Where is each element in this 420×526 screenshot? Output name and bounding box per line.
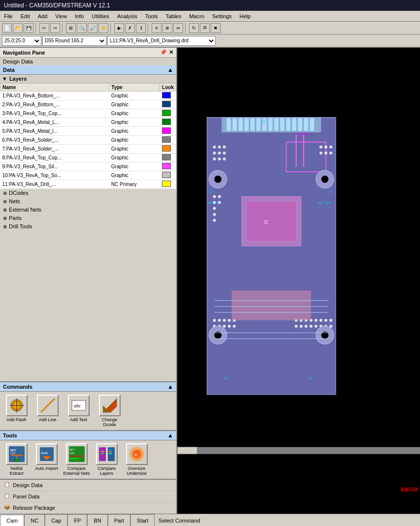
menu-item-view[interactable]: View <box>51 12 71 20</box>
layer-name: 5:PA-V3_RevA_Metal_l... <box>0 127 109 136</box>
tool-netlist-extract[interactable]: NETLISTNetlist Extract <box>3 443 30 476</box>
snap-btn[interactable]: ⊕ <box>162 23 172 33</box>
tab-nc[interactable]: NC <box>24 514 45 526</box>
properties-btn[interactable]: ℹ <box>136 23 146 33</box>
tab-start[interactable]: Start <box>130 514 155 526</box>
menu-item-macro[interactable]: Macro <box>185 12 208 20</box>
layer-row[interactable]: 3:PA-V3_RevA_Top_Cop... Graphic <box>0 109 176 118</box>
layer-row[interactable]: 4:PA-V3_RevA_Metal_L... Graphic <box>0 118 176 127</box>
delete-btn[interactable]: ✖ <box>211 23 221 33</box>
svg-text:J3: J3 <box>328 189 332 194</box>
commands-collapse[interactable]: ▲ <box>167 383 173 390</box>
tree-item-external-nets[interactable]: ⊕External Nets <box>0 206 176 214</box>
tree-item-parts[interactable]: ⊕Parts <box>0 214 176 222</box>
svg-point-76 <box>213 207 216 210</box>
menu-item-settings[interactable]: Settings <box>208 12 236 20</box>
zoom-all-btn[interactable]: ⊞ <box>66 23 76 33</box>
layer-row[interactable]: 5:PA-V3_RevA_Metal_l... Graphic <box>0 127 176 136</box>
grid-btn[interactable]: # <box>152 23 162 33</box>
cmd-add-flash[interactable]: Add Flash <box>3 395 30 427</box>
layer-row[interactable]: 8:PA-V3_RevA_Top_Cop... Graphic <box>0 154 176 162</box>
layer-row[interactable]: 2:PA-V3_RevA_Bottom_... Graphic <box>0 100 176 109</box>
menu-item-utilities[interactable]: Utilities <box>88 12 113 20</box>
layer-look <box>160 100 176 109</box>
layers-expand[interactable]: ▼ <box>2 76 7 82</box>
tool-oversize-undersize[interactable]: ½Oversize Undersize <box>123 443 150 476</box>
layer-look <box>160 136 176 145</box>
tab-cap[interactable]: Cap <box>45 514 67 526</box>
layer-row[interactable]: 6:PA-V3_RevA_Solder_... Graphic <box>0 136 176 145</box>
zoom-out-btn[interactable]: 🔎 <box>88 23 97 33</box>
tools-collapse[interactable]: ▲ <box>167 432 173 439</box>
menu-item-file[interactable]: File <box>0 12 17 20</box>
menubar: FileEditAddViewInfoUtilitiesAnalysisTool… <box>0 11 420 22</box>
left-scroll[interactable]: Data ▲ ▼ Layers Name Type Look <box>0 65 176 381</box>
zoom-in-btn[interactable]: 🔍 <box>77 23 87 33</box>
menu-item-tools[interactable]: Tools <box>141 12 162 20</box>
svg-point-78 <box>213 219 216 222</box>
svg-point-94 <box>320 319 323 322</box>
tree-item-drill-tools[interactable]: ⊕Drill Tools <box>0 222 176 231</box>
mirror-btn[interactable]: ⇔ <box>173 23 183 33</box>
cmd-add-text[interactable]: abcAdd Text <box>65 395 92 427</box>
pin-icon[interactable]: 📌 <box>160 49 167 56</box>
svg-rect-49 <box>298 118 302 130</box>
bottom-nav-release-package[interactable]: 📦Release Package <box>0 502 176 514</box>
title-text: Untitled - CAM350/DFMSTREAM V 12.1 <box>4 2 110 9</box>
tools-header[interactable]: Tools ▲ <box>0 431 176 440</box>
tool-icon: NETLIST <box>6 443 28 465</box>
layer-row[interactable]: 7:PA-V3_RevA_Solder_... Graphic <box>0 145 176 154</box>
new-btn[interactable]: 📄 <box>2 23 12 33</box>
tab-part[interactable]: Part <box>108 514 130 526</box>
tree-item-dcodes[interactable]: ⊕DCodes <box>0 189 176 197</box>
save-btn[interactable]: 💾 <box>24 23 33 33</box>
dcode-combo[interactable]: D55 Round 165.2 <box>42 36 106 46</box>
layers-header[interactable]: ▼ Layers <box>0 75 176 83</box>
close-pane-icon[interactable]: ✕ <box>169 49 173 56</box>
bottom-nav-panel-data[interactable]: 📋Panel Data <box>0 491 176 502</box>
menu-item-help[interactable]: Help <box>236 12 255 20</box>
svg-text:LIST: LIST <box>69 452 75 455</box>
menu-item-edit[interactable]: Edit <box>17 12 34 20</box>
tree-label: Drill Tools <box>9 223 32 229</box>
svg-rect-38 <box>233 118 237 130</box>
menu-item-tables[interactable]: Tables <box>162 12 185 20</box>
open-btn[interactable]: 📂 <box>13 23 23 33</box>
rotate-btn[interactable]: ↻ <box>189 23 199 33</box>
pan-btn[interactable]: ✋ <box>98 23 108 33</box>
menu-item-analysis[interactable]: Analysis <box>113 12 141 20</box>
layer-row[interactable]: 11:PA-V3_RevA_Drill_... NC Primary <box>0 180 176 189</box>
layer-row[interactable]: 1:PA-V3_RevA_Bottom_... Graphic <box>0 92 176 100</box>
layer-row[interactable]: 9:PA-V3_RevA_Top_Sil... Graphic <box>0 162 176 171</box>
tool-auto-import[interactable]: AutoAuto Import <box>33 443 60 476</box>
menu-item-add[interactable]: Add <box>34 12 52 20</box>
menu-item-info[interactable]: Info <box>71 12 88 20</box>
select-btn[interactable]: ▶ <box>114 23 124 33</box>
svg-rect-46 <box>280 118 284 130</box>
layer-type: Graphic <box>109 145 160 154</box>
redo-btn[interactable]: ↪ <box>50 23 60 33</box>
data-collapse-arrow[interactable]: ▲ <box>167 66 173 73</box>
tool-compare-layers[interactable]: Compare Layers <box>93 443 120 476</box>
cmd-change-dcode[interactable]: Change Dcode <box>96 395 123 427</box>
layer-type: Graphic <box>109 136 160 145</box>
bottom-nav-design-data[interactable]: 📋Design Data <box>0 480 176 491</box>
cmd-add-line[interactable]: Add Line <box>34 395 61 427</box>
tool-compare-external-nets[interactable]: NETLISTCompare External Nets <box>63 443 90 476</box>
data-section-header[interactable]: Data ▲ <box>0 65 176 75</box>
tree-item-nets[interactable]: ⊕Nets <box>0 197 176 206</box>
svg-text:J2: J2 <box>261 119 265 124</box>
layer-name: 4:PA-V3_RevA_Metal_L... <box>0 118 109 127</box>
tab-fp[interactable]: FP <box>67 514 87 526</box>
canvas-area[interactable]: GND VDD <box>177 48 420 514</box>
layer-combo[interactable]: L11:PA-V3_RevA_Drill_Drawing.drd <box>107 36 216 46</box>
snap-combo[interactable]: 25.0:25.0 <box>2 36 41 46</box>
col-type: Type <box>109 84 160 92</box>
deselect-btn[interactable]: ✗ <box>125 23 135 33</box>
layer-row[interactable]: 10:PA-V3_RevA_Top_So... Graphic <box>0 171 176 180</box>
copy-btn[interactable]: ⧉ <box>200 23 210 33</box>
tab-cam[interactable]: Cam <box>0 515 24 526</box>
undo-btn[interactable]: ↩ <box>39 23 49 33</box>
commands-header[interactable]: Commands ▲ <box>0 382 176 392</box>
tab-bn[interactable]: BN <box>87 514 107 526</box>
